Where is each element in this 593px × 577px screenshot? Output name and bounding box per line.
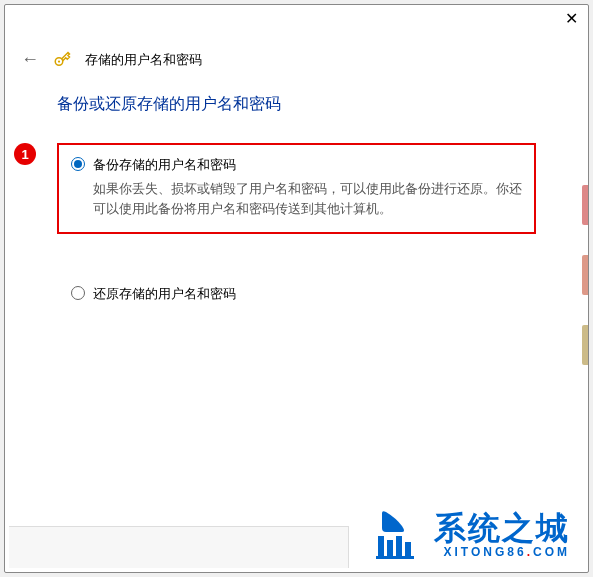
restore-radio-row: 还原存储的用户名和密码 <box>71 284 536 304</box>
watermark-logo-icon <box>372 510 424 560</box>
backup-content: 备份存储的用户名和密码 如果你丢失、损坏或销毁了用户名和密码，可以使用此备份进行… <box>93 155 522 220</box>
restore-content: 还原存储的用户名和密码 <box>93 284 536 304</box>
title-bar: ✕ <box>5 5 588 37</box>
back-button[interactable]: ← <box>21 49 39 70</box>
restore-option-group[interactable]: 还原存储的用户名和密码 <box>57 284 536 304</box>
restore-label: 还原存储的用户名和密码 <box>93 284 536 304</box>
watermark-sub: XITONG86.COM <box>434 546 570 558</box>
backup-radio[interactable] <box>71 157 85 171</box>
watermark-sub-prefix: XITONG86 <box>444 545 527 559</box>
header-row: ← 存储的用户名和密码 <box>5 37 588 70</box>
backup-radio-row: 备份存储的用户名和密码 如果你丢失、损坏或销毁了用户名和密码，可以使用此备份进行… <box>71 155 522 220</box>
key-icon <box>53 51 71 69</box>
close-button[interactable]: ✕ <box>562 9 580 27</box>
header-title: 存储的用户名和密码 <box>85 51 202 69</box>
backup-label: 备份存储的用户名和密码 <box>93 155 522 175</box>
watermark-sub-suffix: COM <box>533 545 570 559</box>
content-area: 备份或还原存储的用户名和密码 1 备份存储的用户名和密码 如果你丢失、损坏或销毁… <box>5 70 588 304</box>
watermark-main: 系统之城 <box>434 512 570 544</box>
watermark: 系统之城 XITONG86.COM <box>372 510 570 560</box>
svg-rect-5 <box>405 542 411 558</box>
stripe-3 <box>582 325 588 365</box>
restore-radio[interactable] <box>71 286 85 300</box>
close-icon: ✕ <box>565 9 578 28</box>
page-heading: 备份或还原存储的用户名和密码 <box>57 94 536 115</box>
step-badge: 1 <box>14 143 36 165</box>
svg-point-1 <box>58 60 60 62</box>
watermark-text: 系统之城 XITONG86.COM <box>434 512 570 558</box>
svg-rect-4 <box>396 536 402 558</box>
svg-rect-2 <box>378 536 384 558</box>
svg-rect-3 <box>387 540 393 558</box>
edge-decoration <box>582 185 588 395</box>
stripe-1 <box>582 185 588 225</box>
input-bar <box>9 526 349 568</box>
backup-option-group[interactable]: 1 备份存储的用户名和密码 如果你丢失、损坏或销毁了用户名和密码，可以使用此备份… <box>57 143 536 234</box>
svg-rect-6 <box>376 556 414 559</box>
stripe-2 <box>582 255 588 295</box>
backup-description: 如果你丢失、损坏或销毁了用户名和密码，可以使用此备份进行还原。你还可以使用此备份… <box>93 179 522 221</box>
dialog-window: ✕ ← 存储的用户名和密码 备份或还原存储的用户名和密码 1 备份存储的用户名和… <box>4 4 589 573</box>
